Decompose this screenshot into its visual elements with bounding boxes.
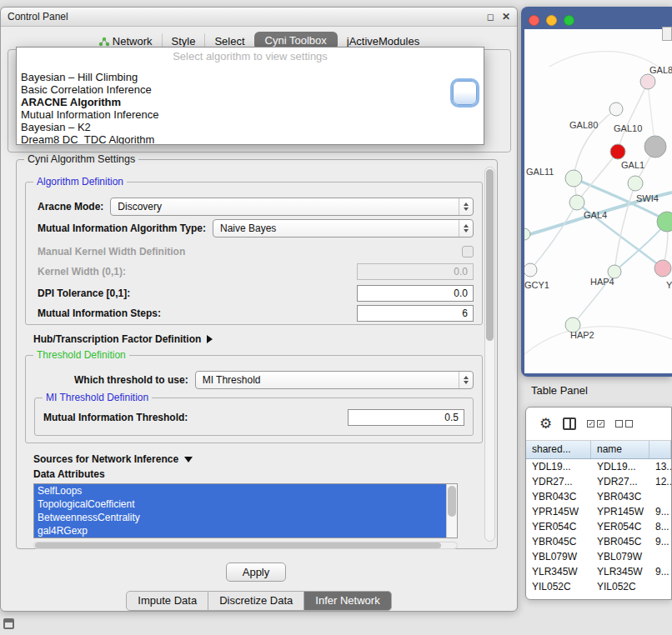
combo-stepper-icon[interactable] <box>459 198 473 215</box>
dropdown-item[interactable]: ARACNE Algorithm <box>17 96 484 108</box>
minimize-traffic-icon[interactable] <box>546 15 557 26</box>
columns-icon[interactable] <box>563 418 576 430</box>
cell-shared-name: YPR145W <box>526 504 591 519</box>
network-node-label: HAP2 <box>570 330 594 340</box>
empty-box-icon <box>615 420 623 428</box>
network-node[interactable] <box>657 212 672 232</box>
dpi-tolerance-field[interactable]: 0.0 <box>357 285 474 302</box>
cell-name: YBR045C <box>591 534 649 549</box>
cell-name: YPR145W <box>591 504 649 519</box>
select-all-icon[interactable]: ✓ ✓ <box>587 420 604 428</box>
network-node[interactable] <box>569 195 584 210</box>
zoom-traffic-icon[interactable] <box>564 15 574 26</box>
gear-icon[interactable]: ⚙ <box>539 417 552 431</box>
algorithm-combobox-button[interactable] <box>453 81 477 105</box>
network-node[interactable] <box>524 228 530 240</box>
table-row[interactable]: YDR27... YDR27... 12... <box>526 474 671 489</box>
manual-kernel-checkbox[interactable] <box>462 246 474 258</box>
mi-algorithm-type-combobox[interactable]: Naive Bayes <box>213 219 474 238</box>
table-panel-title: Table Panel <box>531 384 588 397</box>
network-node-label: GCY1 <box>524 280 549 290</box>
cell-shared-name: YBL079W <box>526 549 591 564</box>
mi-threshold-field[interactable]: 0.5 <box>348 409 464 426</box>
network-node[interactable] <box>610 144 625 159</box>
aracne-mode-label: Aracne Mode: <box>38 201 103 212</box>
window-traffic-lights <box>529 15 574 26</box>
empty-box-icon <box>625 420 633 428</box>
table-row[interactable]: YPR145W YPR145W 9... <box>526 504 671 519</box>
dropdown-item[interactable]: Bayesian – K2 <box>17 121 484 133</box>
table-row[interactable]: YLR345W YLR345W 9... <box>526 564 671 579</box>
dropdown-item[interactable]: Dream8 DC_TDC Algorithm <box>17 133 484 145</box>
apply-button[interactable]: Apply <box>226 562 286 582</box>
cyni-algorithm-settings-group: Cyni Algorithm Settings Algorithm Defini… <box>16 159 498 549</box>
network-node[interactable] <box>628 176 643 191</box>
cell-extra <box>649 579 671 594</box>
table-row[interactable]: YBR043C YBR043C <box>526 489 671 504</box>
column-header-extra[interactable] <box>649 441 671 458</box>
dropdown-item[interactable]: Mutual Information Inference <box>17 108 484 121</box>
network-node-label: HAP4 <box>590 277 614 287</box>
close-traffic-icon[interactable] <box>529 15 539 26</box>
network-node[interactable] <box>640 74 655 89</box>
attribute-list-vscrollbar[interactable] <box>446 484 457 538</box>
hub-definition-label: Hub/Transcription Factor Definition <box>33 333 201 345</box>
mi-steps-field[interactable]: 6 <box>357 305 474 322</box>
checked-box-icon: ✓ <box>597 420 604 428</box>
network-view-window: GAL8GAL80GAL10GAL1GAL11SWI4GAL4GCY1HAP4Y… <box>521 7 672 377</box>
network-node[interactable] <box>644 136 666 158</box>
dropdown-item[interactable]: Basic Correlation Inference <box>17 83 484 96</box>
column-header-name[interactable]: name <box>591 441 649 458</box>
tab-style-label: Style <box>172 35 196 48</box>
network-node[interactable] <box>565 170 582 187</box>
table-row[interactable]: YDL19... YDL19... 13... <box>526 459 671 474</box>
attribute-list-item[interactable]: BetweennessCentrality <box>34 511 457 524</box>
attribute-list-item[interactable]: TopologicalCoefficient <box>34 498 457 511</box>
cell-extra: 9... <box>649 564 671 579</box>
minimized-panel-icon[interactable] <box>3 618 14 629</box>
combo-stepper-icon[interactable] <box>459 372 473 388</box>
table-row[interactable]: YER054C YER054C 8... <box>526 519 671 534</box>
network-node[interactable] <box>654 260 671 277</box>
which-threshold-value: MI Threshold <box>196 374 459 386</box>
algorithm-dropdown-popup: Select algorithm to view settings Bayesi… <box>16 47 484 145</box>
network-canvas[interactable]: GAL8GAL80GAL10GAL1GAL11SWI4GAL4GCY1HAP4Y… <box>524 29 672 373</box>
attribute-list-item[interactable]: gal4RGexp <box>34 524 457 538</box>
attribute-list-hscrollbar[interactable] <box>33 542 458 549</box>
tab-impute-data[interactable]: Impute Data <box>126 591 208 611</box>
settings-scrollbar[interactable] <box>484 167 495 542</box>
mi-algorithm-type-label: Mutual Information Algorithm Type: <box>38 222 206 234</box>
table-row[interactable]: YBR045C YBR045C 9... <box>526 534 671 549</box>
network-node-label: SWI4 <box>636 193 659 203</box>
aracne-mode-row: Aracne Mode: Discovery <box>38 198 474 216</box>
dropdown-item[interactable]: Bayesian – Hill Climbing <box>17 71 484 83</box>
network-node[interactable] <box>609 102 623 116</box>
deselect-all-icon[interactable] <box>615 420 633 428</box>
combo-stepper-icon[interactable] <box>459 220 473 237</box>
table-row[interactable]: YIL052C YIL052C <box>526 579 671 594</box>
sources-expander[interactable]: Sources for Network Inference <box>33 452 193 467</box>
close-window-icon[interactable]: ✕ <box>502 11 510 22</box>
network-icon <box>98 37 109 47</box>
cell-name: YDL19... <box>591 459 649 474</box>
cell-name: YER054C <box>591 519 649 534</box>
aracne-mode-combobox[interactable]: Discovery <box>110 198 474 216</box>
table-row[interactable]: YBL079W YBL079W <box>526 549 671 564</box>
tab-cyni-toolbox-label: Cyni Toolbox <box>265 34 327 47</box>
column-header-shared-name[interactable]: shared... <box>526 441 591 458</box>
hub-definition-expander[interactable]: Hub/Transcription Factor Definition <box>33 332 213 347</box>
which-threshold-combobox[interactable]: MI Threshold <box>195 371 474 389</box>
float-window-icon[interactable]: ◻ <box>487 12 494 22</box>
tab-infer-network[interactable]: Infer Network <box>304 591 391 611</box>
network-node[interactable] <box>524 263 537 277</box>
network-node-label: GAL11 <box>526 167 554 177</box>
control-panel-window: Control Panel ◻ ✕ Network Style Select C… <box>0 7 518 612</box>
kernel-width-field[interactable]: 0.0 <box>357 263 474 280</box>
attribute-list-item[interactable]: SelfLoops <box>34 484 457 498</box>
manual-kernel-label: Manual Kernel Width Definition <box>38 246 185 258</box>
threshold-definition-title: Threshold Definition <box>33 349 129 361</box>
cell-shared-name: YBR045C <box>526 534 591 549</box>
cyni-mode-tab-bar: Impute Data Discretize Data Infer Networ… <box>1 591 517 611</box>
tab-discretize-data[interactable]: Discretize Data <box>208 591 304 611</box>
control-panel-titlebar[interactable]: Control Panel ◻ ✕ <box>1 8 517 27</box>
